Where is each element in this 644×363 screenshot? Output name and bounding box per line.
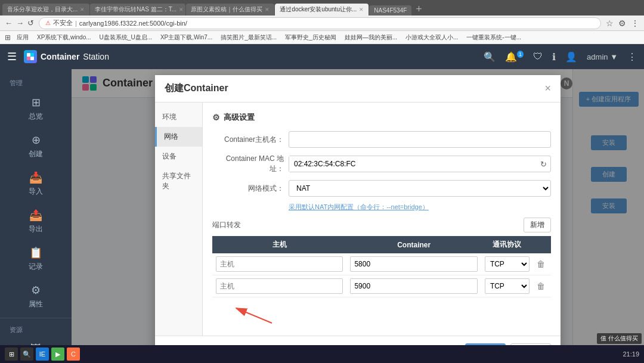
modal-body: 环境 网络 设备 共享文件夹 ⚙ 高级设置 <box>155 103 561 336</box>
tab-label-2: 李佳宇带你玩转NAS 篇二：T... <box>95 5 177 14</box>
col-host: 主机 <box>212 236 346 253</box>
browser-tab-4[interactable]: 通过docker安装ubuntu让你... ✕ <box>275 4 369 15</box>
hostname-input[interactable] <box>289 131 551 148</box>
user-icon[interactable]: 👤 <box>565 51 577 63</box>
logo-bold: Container <box>41 52 79 61</box>
header-icons: 🔍 🔔1 🛡 ℹ 👤 admin ▼ ⋮ <box>484 51 637 63</box>
bookmark-4[interactable]: 搞笑图片_最新笑话... <box>218 33 279 42</box>
col-container: Container <box>346 236 481 253</box>
port-forward-section: 端口转发 新增 <box>212 218 551 232</box>
mac-row: Container MAC 地址： 02:42:3C:54:C8:FC ↻ <box>212 154 551 174</box>
back-btn[interactable]: ← <box>5 18 13 27</box>
sidebar-item-export[interactable]: 📤 导出 <box>0 203 72 240</box>
forward-btn[interactable]: → <box>16 18 24 27</box>
extension-icon[interactable]: ⚙ <box>618 18 626 28</box>
create-icon: ⊕ <box>32 134 41 147</box>
browser-tab-5[interactable]: NAS4F534F <box>369 5 411 15</box>
browser-tab-2[interactable]: 李佳宇带你玩转NAS 篇二：T... ✕ <box>90 4 185 15</box>
tab-label-5: NAS4F534F <box>374 7 407 14</box>
search-icon[interactable]: 🔍 <box>484 51 496 63</box>
protocol-select-1[interactable]: TCP UDP <box>485 256 530 272</box>
more-icon[interactable]: ⋮ <box>627 51 637 63</box>
port-table: 主机 Container 通讯协议 <box>212 236 551 297</box>
delete-cell-2: 🗑 <box>533 275 551 297</box>
app-logo: ContainerStation <box>24 50 476 63</box>
star-icon[interactable]: ☆ <box>606 18 614 28</box>
delete-row-2[interactable]: 🗑 <box>537 281 545 291</box>
menu-icon[interactable]: ⋮ <box>631 18 639 28</box>
container-port-2[interactable] <box>350 278 477 294</box>
tab-close-1[interactable]: ✕ <box>80 7 85 13</box>
port-row-1: TCP UDP 🗑 <box>212 253 551 275</box>
address-text: carlyang1986.f3322.net:5000/cgi-bin/ <box>79 20 187 27</box>
hostname-row: Container主机名： <box>212 131 551 148</box>
delete-row-1[interactable]: 🗑 <box>537 259 545 269</box>
bookmark-6[interactable]: 娃娃网—我的美丽... <box>342 33 400 42</box>
info-icon[interactable]: ℹ <box>552 51 556 63</box>
apps-icon[interactable]: ⊞ <box>5 33 11 42</box>
notification-icon[interactable]: 🔔1 <box>505 51 524 63</box>
arrow-annotation <box>224 302 296 326</box>
browser-tab-3[interactable]: 原图义素投稿｜什么值得买 ✕ <box>186 4 274 15</box>
bookmark-1[interactable]: XP系统下载,windo... <box>35 33 94 42</box>
nav-item-shared-folder[interactable]: 共享文件夹 <box>155 166 202 196</box>
address-box[interactable]: ⚠ 不安全 | carlyang1986.f3322.net:5000/cgi-… <box>39 17 601 29</box>
resources-label: 资源 <box>0 321 72 337</box>
reload-btn[interactable]: ↺ <box>27 18 34 27</box>
sidebar-item-log[interactable]: 📋 记录 <box>0 240 72 278</box>
tab-close-2[interactable]: ✕ <box>179 7 184 13</box>
log-label: 记录 <box>29 262 43 272</box>
overview-icon: ⊞ <box>32 96 41 109</box>
sidebar-item-create[interactable]: ⊕ 创建 <box>0 128 72 165</box>
security-label: 不安全 <box>53 18 73 27</box>
taskbar-time: 21:19 <box>623 350 639 358</box>
tab-close-3[interactable]: ✕ <box>265 7 270 13</box>
hamburger-menu[interactable]: ☰ <box>7 50 17 63</box>
host-input-2[interactable] <box>216 278 343 294</box>
nav-item-network[interactable]: 网络 <box>155 127 202 147</box>
protocol-select-2[interactable]: TCP UDP <box>485 278 530 294</box>
browser-tab-1[interactable]: 音乐分享迎欢迎，目录大... ✕ <box>2 4 89 15</box>
modal-close-button[interactable]: × <box>544 82 551 95</box>
shield-icon[interactable]: 🛡 <box>533 51 543 62</box>
log-icon: 📋 <box>29 246 42 259</box>
bookmark-5[interactable]: 军事野史_历史秘闻 <box>283 33 339 42</box>
mac-refresh-icon[interactable]: ↻ <box>537 160 550 169</box>
watermark: 值 什么值得买 <box>597 333 642 344</box>
export-label: 导出 <box>29 224 43 234</box>
network-mode-select[interactable]: NAT Bridge Host None <box>289 180 551 197</box>
bookmark-8[interactable]: 一键重装系统-一键... <box>464 33 524 42</box>
bookmark-0[interactable]: 应用 <box>14 33 31 42</box>
tab-label-1: 音乐分享迎欢迎，目录大... <box>7 5 78 14</box>
taskbar-icon-2[interactable]: IE <box>36 348 49 361</box>
new-tab-button[interactable]: + <box>412 3 426 15</box>
delete-cell-1: 🗑 <box>533 253 551 275</box>
bookmark-7[interactable]: 小游戏大全双人小... <box>403 33 460 42</box>
sidebar-item-overview[interactable]: ⊞ 总览 <box>0 90 72 128</box>
taskbar-icon-3[interactable]: ▶ <box>51 348 64 361</box>
bookmark-2[interactable]: U盘装系统_U盘启... <box>97 33 154 42</box>
new-port-button[interactable]: 新增 <box>524 218 551 232</box>
start-button[interactable]: ⊞ <box>5 348 18 361</box>
protocol-cell-1: TCP UDP <box>481 253 533 275</box>
col-protocol: 通讯协议 <box>481 236 533 253</box>
bookmark-3[interactable]: XP主题下载,Win7... <box>158 33 215 42</box>
taskbar-icon-4[interactable]: C <box>67 348 80 361</box>
logo-icon <box>24 50 37 63</box>
admin-label[interactable]: admin ▼ <box>587 52 618 61</box>
sidebar-item-properties[interactable]: ⚙ 属性 <box>0 278 72 315</box>
nav-item-device[interactable]: 设备 <box>155 147 202 166</box>
nat-link[interactable]: 采用默认NAT内网配置（命令行：--net=bridge） <box>289 203 551 212</box>
create-container-modal: 创建Container × 环境 网络 设备 共享文件夹 <box>155 75 561 357</box>
mac-label: Container MAC 地址： <box>212 154 284 174</box>
container-port-1[interactable] <box>350 256 477 272</box>
mac-input[interactable]: 02:42:3C:54:C8:FC <box>289 156 537 172</box>
nav-item-env[interactable]: 环境 <box>155 107 202 127</box>
svg-line-9 <box>236 308 272 323</box>
tab-label-4: 通过docker安装ubuntu让你... <box>280 5 357 14</box>
host-cell-2 <box>212 275 346 297</box>
host-input-1[interactable] <box>216 256 343 272</box>
tab-close-4[interactable]: ✕ <box>359 7 364 13</box>
taskbar-icon-1[interactable]: 🔍 <box>20 348 33 361</box>
sidebar-item-import[interactable]: 📥 导入 <box>0 165 72 203</box>
